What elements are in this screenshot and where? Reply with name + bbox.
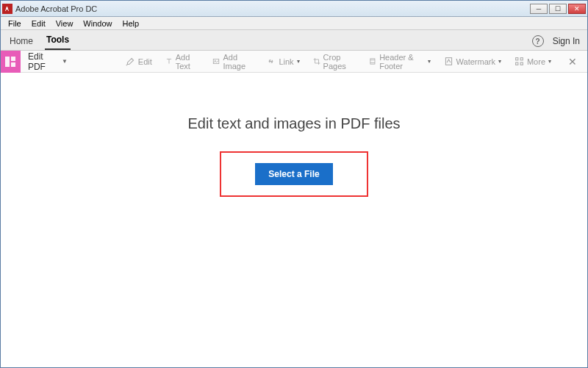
tool-watermark[interactable]: Watermark ▾ [437,57,508,66]
chevron-down-icon: ▾ [428,58,431,65]
help-icon[interactable]: ? [532,35,544,47]
edit-icon [126,57,135,66]
tool-watermark-label: Watermark [456,57,495,66]
tool-more[interactable]: More ▾ [508,57,558,66]
tool-more-label: More [527,57,545,66]
tool-crop-pages-label: Crop Pages [323,53,356,71]
menubar: File Edit View Window Help [1,17,587,30]
text-icon [165,57,173,66]
highlight-box: Select a File [220,151,368,197]
edit-pdf-icon [1,51,21,73]
content-area: Edit text and images in PDF files Select… [1,73,587,367]
page-title: Edit text and images in PDF files [187,115,400,132]
tool-label-text: Edit PDF [28,51,59,72]
tab-home[interactable]: Home [8,32,35,50]
toolbar: Edit PDF ▼ Edit Add Text Add Image Link … [1,51,587,73]
chevron-down-icon: ▾ [548,58,551,65]
tool-add-text-label: Add Text [176,53,200,71]
tabbar: Home Tools ? Sign In [1,30,587,51]
window-controls: ─ ☐ ✕ [530,4,586,14]
menu-view[interactable]: View [51,18,78,29]
tool-header-footer-label: Header & Footer [379,53,424,71]
link-icon [266,57,276,66]
svg-rect-3 [11,62,15,67]
minimize-button[interactable]: ─ [530,4,548,14]
toolbar-close-button[interactable]: ✕ [558,56,587,68]
select-file-button[interactable]: Select a File [255,163,332,185]
svg-rect-12 [516,62,518,65]
svg-rect-13 [520,62,523,65]
page-icon [369,57,376,66]
tool-label[interactable]: Edit PDF ▼ [21,51,75,72]
chevron-down-icon: ▾ [498,58,501,65]
tool-link[interactable]: Link ▾ [259,57,306,66]
titlebar: Adobe Acrobat Pro DC ─ ☐ ✕ [1,1,587,17]
svg-rect-11 [520,58,523,60]
crop-icon [313,57,320,66]
tool-add-text[interactable]: Add Text [159,53,207,71]
chevron-down-icon: ▾ [297,58,300,65]
menu-edit[interactable]: Edit [27,18,50,29]
svg-rect-1 [5,57,10,67]
image-icon [212,57,220,66]
window-title: Adobe Acrobat Pro DC [15,4,530,13]
tool-link-label: Link [279,57,293,66]
tab-tools[interactable]: Tools [45,31,71,50]
grid-icon [514,57,524,66]
svg-rect-6 [370,59,375,64]
tool-crop-pages[interactable]: Crop Pages [306,53,363,71]
menu-window[interactable]: Window [79,18,116,29]
tool-header-footer[interactable]: Header & Footer ▾ [362,53,437,71]
svg-rect-10 [516,58,518,60]
tool-add-image[interactable]: Add Image [206,53,259,71]
menu-file[interactable]: File [4,18,26,29]
menu-help[interactable]: Help [118,18,143,29]
close-button[interactable]: ✕ [568,4,586,14]
tool-edit[interactable]: Edit [119,57,159,66]
tool-add-image-label: Add Image [223,53,253,71]
svg-rect-2 [11,57,15,61]
maximize-button[interactable]: ☐ [549,4,567,14]
chevron-down-icon: ▼ [62,58,68,65]
app-icon [2,4,12,14]
sign-in-link[interactable]: Sign In [553,36,580,46]
page-icon [444,57,453,66]
tool-edit-label: Edit [138,57,152,66]
